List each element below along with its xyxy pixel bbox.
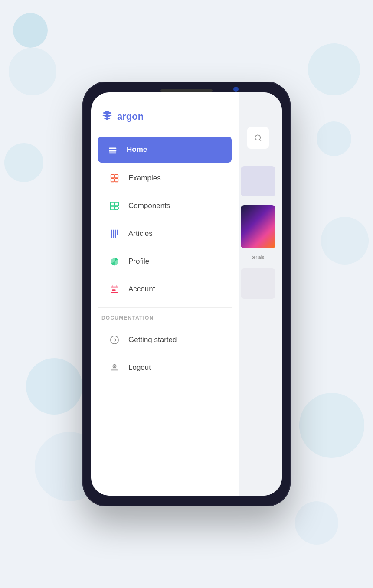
nav-item-logout[interactable]: Logout xyxy=(98,354,232,382)
bg-circle-10 xyxy=(295,501,338,545)
sidebar-nav: Home Examples xyxy=(91,137,239,483)
svg-rect-20 xyxy=(112,290,114,291)
doc-section-title: DOCUMENTATION xyxy=(91,315,239,326)
phone-frame: terials argon xyxy=(82,82,291,506)
bg-circle-9 xyxy=(299,393,364,458)
sidebar-logo-text: argon xyxy=(117,111,144,122)
examples-icon xyxy=(108,172,121,184)
bg-circle-7 xyxy=(317,121,351,156)
svg-rect-2 xyxy=(109,150,117,152)
bg-circle-3 xyxy=(4,143,43,182)
logout-icon xyxy=(108,362,121,374)
sidebar: argon Home xyxy=(91,92,239,496)
content-card-3 xyxy=(241,268,275,299)
nav-item-articles[interactable]: Articles xyxy=(98,220,232,248)
svg-rect-8 xyxy=(111,202,114,206)
content-behind: terials xyxy=(234,92,282,496)
svg-rect-1 xyxy=(109,147,117,149)
content-card-2 xyxy=(241,205,275,248)
svg-rect-4 xyxy=(111,175,114,178)
nav-item-account[interactable]: Account xyxy=(98,275,232,303)
nav-divider xyxy=(98,307,232,308)
svg-rect-14 xyxy=(115,230,116,238)
svg-rect-12 xyxy=(111,230,112,238)
bg-circle-6 xyxy=(308,43,360,95)
svg-rect-7 xyxy=(115,179,118,182)
search-button[interactable] xyxy=(247,127,269,149)
bg-circle-8 xyxy=(321,217,369,265)
articles-icon xyxy=(108,228,121,240)
svg-rect-5 xyxy=(115,175,118,178)
content-card-1 xyxy=(241,166,275,196)
bg-circle-4 xyxy=(26,358,82,415)
sidebar-logo-icon xyxy=(101,110,113,124)
bg-circle-2 xyxy=(9,48,56,95)
account-icon xyxy=(108,283,121,295)
nav-label-examples: Examples xyxy=(128,174,161,183)
sidebar-header: argon xyxy=(91,105,239,137)
phone-screen: terials argon xyxy=(91,92,282,496)
svg-rect-13 xyxy=(113,230,114,238)
svg-rect-21 xyxy=(114,290,115,291)
svg-point-11 xyxy=(115,206,118,210)
svg-rect-10 xyxy=(111,206,114,210)
nav-item-components[interactable]: Components xyxy=(98,192,232,220)
nav-item-examples[interactable]: Examples xyxy=(98,164,232,192)
nav-label-articles: Articles xyxy=(128,229,153,238)
svg-rect-6 xyxy=(111,179,114,182)
bg-circle-1 xyxy=(13,13,48,48)
svg-rect-16 xyxy=(111,286,118,293)
components-icon xyxy=(108,200,121,212)
nav-label-profile: Profile xyxy=(128,257,149,266)
nav-label-account: Account xyxy=(128,285,155,294)
getting-started-icon xyxy=(108,334,121,346)
nav-item-profile[interactable]: Profile xyxy=(98,248,232,275)
svg-rect-3 xyxy=(109,152,117,153)
svg-rect-15 xyxy=(117,230,118,235)
nav-label-logout: Logout xyxy=(128,363,151,372)
content-label: terials xyxy=(252,255,264,260)
nav-label-home: Home xyxy=(127,145,147,154)
nav-label-components: Components xyxy=(128,202,170,210)
svg-rect-9 xyxy=(115,202,118,206)
nav-item-getting-started[interactable]: Getting started xyxy=(98,326,232,354)
nav-item-home[interactable]: Home xyxy=(98,137,232,163)
profile-icon xyxy=(108,255,121,268)
nav-label-getting-started: Getting started xyxy=(128,336,177,344)
svg-point-24 xyxy=(114,366,115,367)
home-icon xyxy=(107,144,119,156)
svg-point-0 xyxy=(255,135,260,140)
